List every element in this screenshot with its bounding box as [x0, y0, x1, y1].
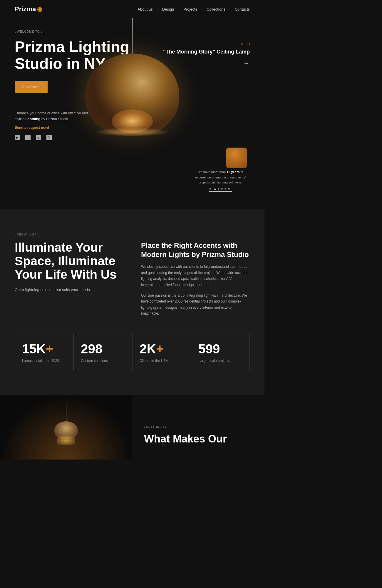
facebook-icon[interactable]: f: [25, 135, 31, 140]
features-label: \ FEATURES \: [144, 426, 253, 429]
stat-lamps: 15K+ Lamps installed in 2023: [15, 333, 73, 371]
stat-clients-label: Clients in the USA: [140, 359, 184, 363]
stat-projects: 599 Large-scale projects: [191, 333, 250, 371]
hero-price: $399: [163, 42, 250, 46]
nav-links: About us Design Projects Collections Con…: [138, 6, 250, 12]
hero-section: \ WELCOME TO \ Prizma Lighting Studio in…: [0, 18, 264, 209]
hero-desc-bold: lightning: [26, 117, 41, 121]
about-text-1: We closely cooperate with our clients to…: [141, 264, 250, 288]
nav-projects[interactable]: Projects: [183, 7, 197, 11]
hero-arrow[interactable]: →: [163, 59, 250, 67]
nav-design[interactable]: Design: [162, 7, 174, 11]
navbar: Prizma ◉ About us Design Projects Collec…: [0, 0, 264, 18]
about-right: Place the Right Accents with Modern Ligh…: [141, 241, 250, 321]
ceiling-lamp-glow: [57, 436, 75, 445]
about-text-2: Our true passion is the art of integrati…: [141, 293, 250, 317]
about-grid: Illuminate Your Space, Illuminate Your L…: [15, 241, 250, 321]
ceiling-lamp-decoration: [54, 404, 78, 445]
hero-experience-text: We have more than 10 years of experience…: [191, 170, 250, 185]
features-title: What Makes Our: [144, 433, 253, 445]
features-text-side: \ FEATURES \ What Makes Our: [132, 395, 264, 460]
nav-contacts[interactable]: Contacts: [235, 7, 250, 11]
about-subtitle: Get a lightning solution that suits your…: [15, 288, 123, 292]
features-image-side: [0, 395, 132, 460]
hero-product-info: $399 "The Morning Glory" Ceiling Lamp →: [163, 42, 250, 67]
stat-custom-label: Custom solutions: [81, 359, 125, 363]
collections-button[interactable]: Collections: [15, 81, 48, 93]
hero-lamp-thumbnail: [226, 148, 250, 171]
hero-experience-bold: 10 years: [227, 170, 239, 174]
stat-projects-number: 599: [198, 342, 242, 356]
lamp-glow: [112, 109, 153, 133]
nav-collections[interactable]: Collections: [207, 7, 225, 11]
about-title: Illuminate Your Space, Illuminate Your L…: [15, 241, 123, 282]
stat-clients-number: 2K+: [140, 342, 184, 356]
nav-about[interactable]: About us: [138, 7, 153, 11]
stat-clients: 2K+ Clients in the USA: [132, 333, 191, 371]
thumb-lamp-image: [226, 148, 247, 168]
stat-projects-label: Large-scale projects: [198, 359, 242, 363]
about-left: Illuminate Your Space, Illuminate Your L…: [15, 241, 123, 292]
lamp-cord: [132, 18, 133, 54]
about-section: \ ABOUT US \ Illuminate Your Space, Illu…: [0, 209, 264, 395]
features-section: \ FEATURES \ What Makes Our: [0, 395, 264, 460]
stat-custom-number: 298: [81, 342, 125, 356]
twitter-icon[interactable]: 𝕏: [46, 135, 52, 140]
youtube-icon[interactable]: ▶: [15, 135, 20, 140]
instagram-icon[interactable]: ig: [36, 135, 41, 140]
about-label: \ ABOUT US \: [15, 233, 250, 236]
hero-desc-suffix: by Prizma Studio.: [41, 117, 69, 121]
logo[interactable]: Prizma ◉: [15, 5, 42, 13]
stat-custom: 298 Custom solutions: [73, 333, 132, 371]
about-right-title: Place the Right Accents with Modern Ligh…: [141, 241, 250, 259]
hero-experience-block: We have more than 10 years of experience…: [191, 170, 250, 192]
hero-product-name: "The Morning Glory" Ceiling Lamp: [163, 49, 250, 55]
logo-text: Prizma: [15, 5, 36, 13]
stat-lamps-label: Lamps installed in 2023: [22, 359, 66, 363]
stats-grid: 15K+ Lamps installed in 2023 298 Custom …: [15, 333, 250, 371]
logo-icon: ◉: [37, 6, 42, 13]
ceiling-lamp-cord: [66, 404, 66, 421]
stat-lamps-number: 15K+: [22, 342, 66, 356]
read-more-link[interactable]: READ MORE: [209, 188, 232, 192]
